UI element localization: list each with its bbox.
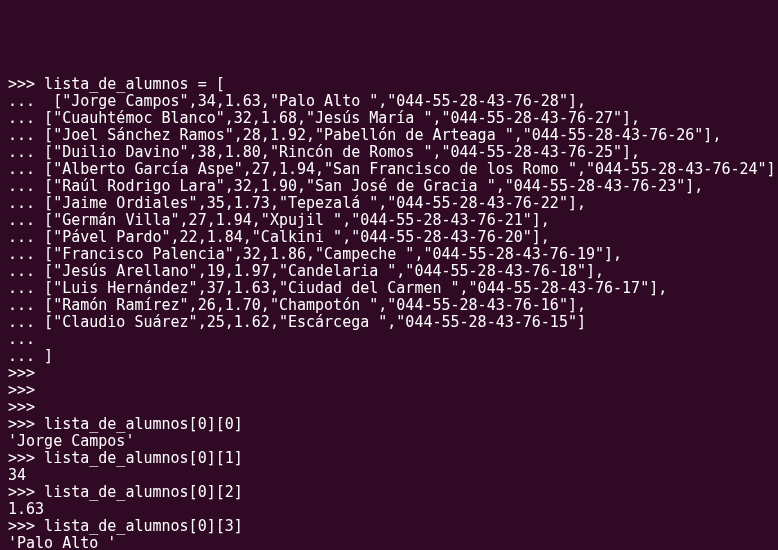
- terminal-line: ... ["Alberto García Aspe",27,1.94,"San …: [8, 161, 770, 178]
- terminal-output: >>> lista_de_alumnos = [... ["Jorge Camp…: [8, 76, 770, 550]
- terminal-line: 34: [8, 467, 770, 484]
- terminal-line: ... ["Duilio Davino",38,1.80,"Rincón de …: [8, 144, 770, 161]
- terminal-line: ... ["Pável Pardo",22,1.84,"Calkini ","0…: [8, 229, 770, 246]
- terminal-line: 'Palo Alto ': [8, 535, 770, 550]
- terminal-line: 'Jorge Campos': [8, 433, 770, 450]
- terminal-line: >>> lista_de_alumnos[0][1]: [8, 450, 770, 467]
- terminal-line: ... ["Luis Hernández",37,1.63,"Ciudad de…: [8, 280, 770, 297]
- terminal-line: ... ["Jaime Ordiales",35,1.73,"Tepezalá …: [8, 195, 770, 212]
- terminal-line: >>> lista_de_alumnos[0][0]: [8, 416, 770, 433]
- terminal-line: ... ["Jorge Campos",34,1.63,"Palo Alto "…: [8, 93, 770, 110]
- terminal-line: ... ["Francisco Palencia",32,1.86,"Campe…: [8, 246, 770, 263]
- terminal-line: 1.63: [8, 501, 770, 518]
- terminal-line: ... ["Claudio Suárez",25,1.62,"Escárcega…: [8, 314, 770, 331]
- terminal-line: >>> lista_de_alumnos[0][2]: [8, 484, 770, 501]
- terminal-line: ... ]: [8, 348, 770, 365]
- terminal-line: ... ["Jesús Arellano",19,1.97,"Candelari…: [8, 263, 770, 280]
- terminal-line: ... ["Ramón Ramírez",26,1.70,"Champotón …: [8, 297, 770, 314]
- terminal-line: >>>: [8, 365, 770, 382]
- terminal-line: >>> lista_de_alumnos[0][3]: [8, 518, 770, 535]
- terminal-line: ...: [8, 331, 770, 348]
- terminal-line: ... ["Joel Sánchez Ramos",28,1.92,"Pabel…: [8, 127, 770, 144]
- terminal-line: >>> lista_de_alumnos = [: [8, 76, 770, 93]
- terminal-line: ... ["Germán Villa",27,1.94,"Xpujil ","0…: [8, 212, 770, 229]
- terminal-line: >>>: [8, 399, 770, 416]
- terminal-line: ... ["Cuauhtémoc Blanco",32,1.68,"Jesús …: [8, 110, 770, 127]
- terminal-line: ... ["Raúl Rodrigo Lara",32,1.90,"San Jo…: [8, 178, 770, 195]
- terminal-line: >>>: [8, 382, 770, 399]
